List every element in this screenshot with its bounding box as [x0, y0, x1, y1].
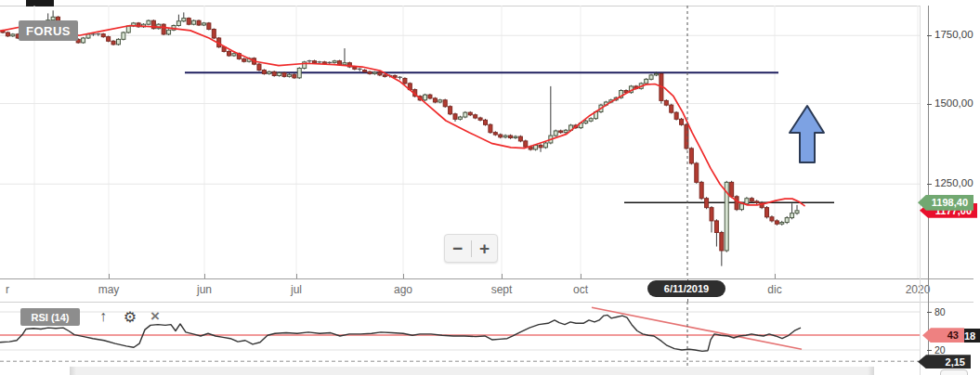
candle [182, 19, 186, 21]
time-tick [109, 274, 110, 278]
close-icon[interactable]: × [146, 307, 164, 326]
candle [378, 72, 382, 75]
candle [483, 120, 487, 124]
candle [353, 67, 357, 69]
candle-doji [91, 33, 96, 34]
candle [262, 71, 266, 74]
time-axis-label: sept [481, 283, 522, 296]
candle [755, 201, 759, 203]
arrow-annotation[interactable] [790, 106, 824, 162]
candle [499, 135, 503, 137]
candle [564, 130, 568, 132]
candle [770, 217, 774, 221]
candle [489, 124, 492, 132]
time-tick [581, 274, 581, 278]
candle [176, 21, 180, 26]
candle [735, 197, 738, 210]
candle [785, 218, 789, 223]
candle [11, 34, 15, 36]
candle [433, 98, 437, 102]
candle [383, 75, 386, 76]
candle [242, 58, 246, 61]
candle [192, 20, 196, 24]
time-tick [502, 274, 503, 278]
candle [297, 69, 301, 78]
candle [101, 34, 105, 37]
candle [468, 112, 472, 115]
candle-doji [307, 60, 312, 61]
candle [197, 20, 201, 25]
candle [765, 208, 769, 217]
time-axis-label: jul [276, 283, 317, 296]
candle [589, 119, 593, 122]
time-axis-label: dic [754, 283, 795, 296]
rsi-tick [927, 350, 932, 351]
time-axis-label: 2020 [897, 283, 938, 296]
candle [554, 131, 557, 136]
level-price-badge: 1198,40 [918, 195, 973, 211]
zoom-in-button[interactable]: + [473, 236, 497, 261]
candle [333, 61, 336, 63]
chart-application: FORUS − + rmayjunjulagoseptoctdic2020 6/… [0, 0, 980, 375]
scrollbar-thumb[interactable] [70, 367, 874, 375]
zoom-divider [471, 240, 472, 257]
rsi-lower-badge: 2,15 [918, 355, 971, 369]
candle [534, 145, 538, 149]
rsi-axis-label: 80 [934, 306, 946, 317]
price-axis-label: 1250,00 [934, 177, 973, 188]
rsi-axis-label: 20 [934, 344, 946, 356]
collapse-up-icon[interactable]: ↑ [94, 307, 112, 326]
candle [739, 204, 743, 210]
candle [257, 64, 261, 70]
candle [514, 136, 517, 137]
candle [775, 221, 778, 224]
candle [167, 30, 171, 34]
candle [559, 131, 563, 133]
candle [6, 32, 9, 36]
candle [539, 145, 542, 147]
candle [750, 199, 753, 201]
candle [86, 34, 90, 38]
candle [126, 26, 130, 32]
candle [207, 23, 211, 30]
candle [424, 95, 427, 100]
candle [705, 199, 709, 208]
candle [368, 71, 372, 73]
candle [147, 20, 150, 24]
candle [689, 149, 693, 163]
gear-icon[interactable]: ⚙ [121, 307, 139, 326]
candle [699, 182, 703, 198]
candle-doji [398, 77, 402, 78]
candle [524, 141, 528, 147]
candle [212, 30, 216, 38]
candle-doji [96, 33, 100, 34]
candle [780, 223, 784, 225]
scroll-corner-button[interactable] [940, 369, 968, 375]
candle [509, 136, 513, 137]
candle-doji [327, 62, 332, 63]
candle [503, 136, 507, 137]
candle [478, 118, 482, 120]
rsi-trendline[interactable] [592, 307, 802, 349]
horizontal-scrollbar[interactable] [0, 367, 920, 375]
candle [654, 73, 658, 74]
candle-doji [317, 61, 321, 62]
rsi-label-badge: RSI (14) [20, 308, 80, 326]
moving-average-line [0, 26, 804, 206]
time-axis-label: may [88, 283, 129, 296]
candle [287, 74, 291, 76]
time-tick [403, 274, 404, 278]
candle [278, 73, 281, 76]
candle [282, 73, 286, 77]
candle [111, 41, 115, 45]
candle-doji [358, 69, 362, 70]
candle [518, 136, 522, 141]
time-axis-line [0, 278, 973, 279]
candle [443, 100, 447, 107]
zoom-out-button[interactable]: − [446, 236, 470, 261]
price-axis-label: 1500,00 [934, 97, 973, 109]
candle [730, 182, 734, 196]
candle [674, 112, 678, 119]
candle [543, 143, 547, 148]
candle [493, 133, 497, 135]
